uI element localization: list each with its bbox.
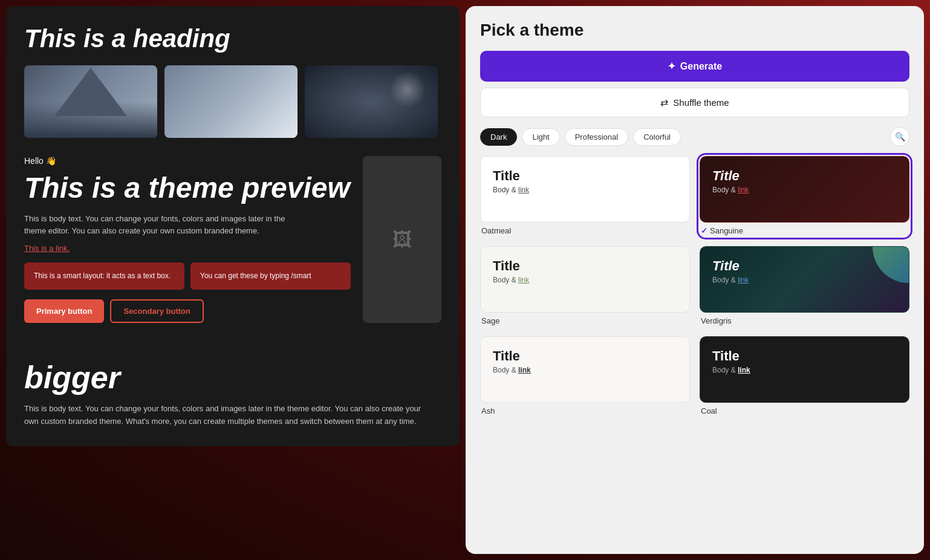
image-space bbox=[305, 65, 438, 138]
preview-body: This is body text. You can change your f… bbox=[24, 213, 290, 236]
image-mountain bbox=[24, 65, 157, 138]
theme-preview-coal: Title Body & link bbox=[700, 336, 909, 403]
filter-tab-colorful[interactable]: Colorful bbox=[633, 128, 681, 146]
sanguine-check: ✓ bbox=[701, 226, 707, 235]
theme-preview-sanguine: Title Body & link bbox=[700, 156, 909, 223]
smart-boxes: This is a smart layout: it acts as a tex… bbox=[24, 262, 351, 290]
theme-card-sanguine[interactable]: Title Body & link ✓ Sanguine bbox=[700, 156, 909, 236]
sanguine-name: Sanguine bbox=[710, 226, 743, 235]
sanguine-name-row: ✓ Sanguine bbox=[700, 223, 909, 236]
top-section: This is a heading bbox=[6, 6, 460, 138]
coal-link: link bbox=[738, 366, 750, 374]
theme-card-ash[interactable]: Title Body & link Ash bbox=[480, 336, 690, 417]
theme-card-sage[interactable]: Title Body & link Sage bbox=[480, 246, 690, 327]
ash-title: Title bbox=[493, 349, 677, 363]
sage-body: Body & link bbox=[493, 276, 677, 284]
preview-link[interactable]: This is a link. bbox=[24, 244, 351, 253]
image-astronaut bbox=[164, 65, 298, 138]
coal-name-row: Coal bbox=[700, 403, 909, 417]
theme-preview-verdigris: Title Body & link bbox=[700, 246, 909, 313]
verdigris-title: Title bbox=[712, 259, 897, 273]
smart-box-2: You can get these by typing /smart bbox=[190, 262, 351, 290]
preview-content: Hello 👋 This is a theme preview This is … bbox=[24, 156, 351, 323]
hello-text: Hello 👋 bbox=[24, 156, 351, 166]
primary-button[interactable]: Primary button bbox=[24, 299, 104, 323]
shuffle-icon: ⇄ bbox=[660, 97, 668, 108]
verdigris-name-row: Verdigris bbox=[700, 313, 909, 327]
image-row bbox=[24, 65, 441, 138]
oatmeal-name-row: Oatmeal bbox=[480, 223, 690, 236]
sanguine-link: link bbox=[738, 186, 749, 194]
theme-preview-oatmeal: Title Body & link bbox=[480, 156, 690, 223]
filter-tab-dark[interactable]: Dark bbox=[480, 128, 517, 146]
verdigris-name: Verdigris bbox=[701, 316, 732, 325]
theme-grid: Title Body & link Oatmeal Title Body & l… bbox=[480, 156, 909, 417]
theme-card-oatmeal[interactable]: Title Body & link Oatmeal bbox=[480, 156, 690, 236]
oatmeal-body: Body & link bbox=[493, 186, 677, 194]
filter-tab-light[interactable]: Light bbox=[522, 128, 559, 146]
theme-card-verdigris[interactable]: Title Body & link Verdigris bbox=[700, 246, 909, 327]
sanguine-body: Body & link bbox=[712, 186, 897, 194]
ash-link: link bbox=[518, 366, 531, 374]
ash-name-row: Ash bbox=[480, 403, 690, 417]
coal-name: Coal bbox=[701, 406, 717, 415]
theme-preview-sage: Title Body & link bbox=[480, 246, 690, 313]
theme-preview-ash: Title Body & link bbox=[480, 336, 690, 403]
main-heading: This is a heading bbox=[24, 24, 441, 53]
theme-card-coal[interactable]: Title Body & link Coal bbox=[700, 336, 909, 417]
left-panel: This is a heading Hello 👋 This is a them… bbox=[0, 0, 466, 560]
coal-title: Title bbox=[712, 349, 897, 363]
button-row: Primary button Secondary button bbox=[24, 299, 351, 323]
image-placeholder-icon: 🖼 bbox=[392, 229, 412, 251]
bottom-body: This is body text. You can change your f… bbox=[24, 403, 435, 428]
filter-tabs: Dark Light Professional Colorful 🔍 bbox=[480, 127, 909, 146]
image-drop-area[interactable]: 🖼 bbox=[363, 156, 441, 323]
ash-body: Body & link bbox=[493, 366, 677, 374]
oatmeal-link: link bbox=[518, 186, 529, 194]
panel-title: Pick a theme bbox=[480, 21, 909, 40]
search-icon[interactable]: 🔍 bbox=[890, 127, 909, 146]
shuffle-button[interactable]: ⇄ Shuffle theme bbox=[480, 88, 909, 117]
shuffle-label: Shuffle theme bbox=[673, 97, 729, 108]
sparkle-icon: ✦ bbox=[668, 60, 675, 72]
sage-title: Title bbox=[493, 259, 677, 273]
oatmeal-name: Oatmeal bbox=[481, 226, 511, 235]
generate-label: Generate bbox=[680, 61, 722, 72]
smart-box-1: This is a smart layout: it acts as a tex… bbox=[24, 262, 184, 290]
bottom-heading: bigger bbox=[24, 359, 441, 396]
sage-link: link bbox=[518, 276, 529, 284]
ash-name: Ash bbox=[481, 406, 495, 415]
generate-button[interactable]: ✦ Generate bbox=[480, 51, 909, 82]
filter-tab-professional[interactable]: Professional bbox=[565, 128, 629, 146]
bottom-section: bigger This is body text. You can change… bbox=[6, 341, 460, 446]
oatmeal-title: Title bbox=[493, 169, 677, 183]
sanguine-title: Title bbox=[712, 169, 897, 183]
secondary-button[interactable]: Secondary button bbox=[110, 299, 204, 323]
preview-title: This is a theme preview bbox=[24, 173, 351, 203]
coal-body: Body & link bbox=[712, 366, 897, 374]
sage-name: Sage bbox=[481, 316, 499, 325]
right-panel: Pick a theme ✦ Generate ⇄ Shuffle theme … bbox=[466, 6, 924, 554]
verdigris-body: Body & link bbox=[712, 276, 897, 284]
middle-section: Hello 👋 This is a theme preview This is … bbox=[6, 138, 460, 341]
sage-name-row: Sage bbox=[480, 313, 690, 327]
verdigris-link: link bbox=[738, 276, 749, 284]
